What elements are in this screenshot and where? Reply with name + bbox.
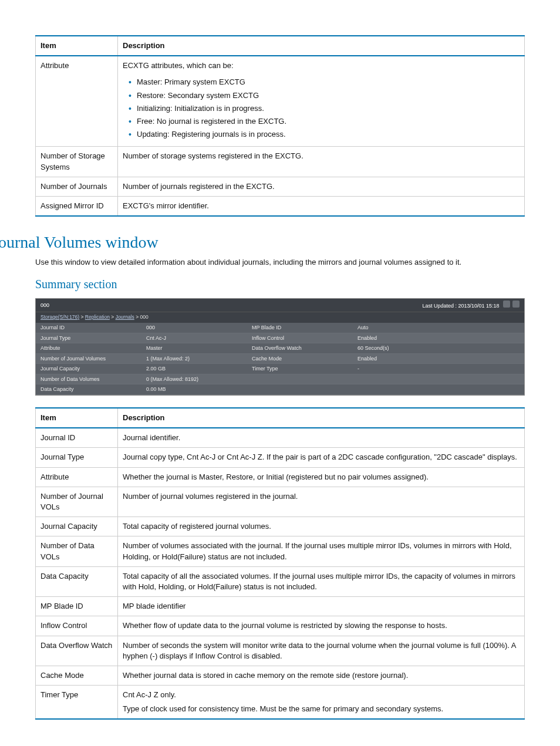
- item-cell: Inflow Control: [36, 616, 118, 636]
- bullet-item: Free: No journal is registered in the EX…: [129, 116, 519, 127]
- table-row: Journal TypeJournal copy type, Cnt Ac-J …: [36, 448, 525, 467]
- section-heading: Journal Volumes window: [0, 231, 525, 254]
- breadcrumb-link[interactable]: Journals: [116, 314, 134, 320]
- breadcrumb: Storage(S/N:176) > Replication > Journal…: [36, 312, 524, 323]
- table-row: AttributeECXTG attributes, which can be:…: [36, 56, 525, 147]
- summary-label: Journal Type: [36, 333, 141, 344]
- table-row: Cache ModeWhether journal data is stored…: [36, 666, 525, 685]
- table-row: Inflow ControlWhether flow of update dat…: [36, 616, 525, 636]
- summary-value: 1 (Max Allowed: 2): [141, 354, 247, 364]
- table-row: MP Blade IDMP blade identifier: [36, 597, 525, 616]
- summary-label: Cache Mode: [247, 354, 353, 364]
- refresh-icon[interactable]: [503, 301, 510, 308]
- table-row: Number of Data VOLsNumber of volumes ass…: [36, 536, 525, 566]
- item-cell: Data Overflow Watch: [36, 636, 118, 666]
- bullet-item: Initializing: Initialization is in progr…: [129, 103, 519, 114]
- table-row: Journal IDJournal identifier.: [36, 428, 525, 448]
- item-cell: Assigned Mirror ID: [36, 196, 118, 216]
- item-cell: Journal Type: [36, 448, 118, 467]
- summary-value: Master: [141, 343, 247, 354]
- item-cell: Number of Data VOLs: [36, 536, 118, 566]
- summary-label: Journal ID: [36, 323, 141, 333]
- item-cell: Number of Storage Systems: [36, 147, 118, 177]
- breadcrumb-link[interactable]: Storage(S/N:176): [41, 314, 79, 320]
- summary-empty: [247, 384, 353, 395]
- help-icon[interactable]: [512, 301, 519, 308]
- item-cell: Data Capacity: [36, 566, 118, 596]
- summary-label: Number of Data Volumes: [36, 374, 141, 385]
- description-cell: Number of journal volumes registered in …: [118, 487, 525, 517]
- description-cell: Cnt Ac-J Z only.Type of clock used for c…: [118, 686, 525, 720]
- summary-screenshot: 000 Last Updated : 2013/10/01 15:18 Stor…: [35, 298, 525, 396]
- summary-value: 0 (Max Allowed: 8192): [141, 374, 247, 385]
- subsection-heading: Summary section: [35, 276, 525, 292]
- item-cell: Number of Journals: [36, 177, 118, 196]
- description-cell: Whether journal data is stored in cache …: [118, 666, 525, 685]
- summary-label: Attribute: [36, 343, 141, 354]
- table-row: Timer TypeCnt Ac-J Z only.Type of clock …: [36, 686, 525, 720]
- last-updated-label: Last Updated : 2013/10/01 15:18: [422, 303, 499, 309]
- description-cell: Number of journals registered in the EXC…: [118, 177, 525, 196]
- breadcrumb-link[interactable]: Replication: [85, 314, 110, 320]
- exctg-attributes-table: Item Description AttributeECXTG attribut…: [35, 35, 525, 217]
- summary-value: -: [353, 364, 524, 374]
- summary-empty: [353, 384, 524, 395]
- description-cell: Total capacity of registered journal vol…: [118, 517, 525, 536]
- table-row: Journal CapacityTotal capacity of regist…: [36, 517, 525, 536]
- panel-icons: [501, 303, 519, 309]
- summary-label: Journal Capacity: [36, 364, 141, 374]
- summary-label: Timer Type: [247, 364, 353, 374]
- item-cell: Timer Type: [36, 686, 118, 720]
- item-cell: Cache Mode: [36, 666, 118, 685]
- summary-empty: [353, 374, 524, 385]
- description-cell: Whether flow of update data to the journ…: [118, 616, 525, 636]
- summary-label: Data Capacity: [36, 384, 141, 395]
- bullet-item: Updating: Registering journals is in pro…: [129, 129, 519, 140]
- item-cell: Attribute: [36, 56, 118, 147]
- item-cell: MP Blade ID: [36, 597, 118, 616]
- description-cell: EXCTG's mirror identifier.: [118, 196, 525, 216]
- table-row: AttributeWhether the journal is Master, …: [36, 467, 525, 487]
- col-description: Description: [118, 36, 525, 56]
- description-cell: Journal copy type, Cnt Ac-J or Cnt Ac-J …: [118, 448, 525, 467]
- summary-label: Data Overflow Watch: [247, 343, 353, 354]
- table-row: Number of Journal VOLsNumber of journal …: [36, 487, 525, 517]
- bullet-item: Master: Primary system EXCTG: [129, 77, 519, 87]
- table-row: Assigned Mirror IDEXCTG's mirror identif…: [36, 196, 525, 216]
- col-item: Item: [36, 408, 118, 428]
- summary-label: Number of Journal Volumes: [36, 354, 141, 364]
- bullet-item: Restore: Secondary system EXCTG: [129, 90, 519, 101]
- description-cell: MP blade identifier: [118, 597, 525, 616]
- panel-title: 000: [41, 302, 49, 309]
- description-cell: Total capacity of all the associated vol…: [118, 566, 525, 596]
- table-row: Number of Storage SystemsNumber of stora…: [36, 147, 525, 177]
- summary-value: 000: [141, 323, 247, 333]
- table-row: Data Overflow WatchNumber of seconds the…: [36, 636, 525, 666]
- summary-value: Auto: [353, 323, 524, 333]
- summary-value: 60 Second(s): [353, 343, 524, 354]
- description-cell: Number of storage systems registered in …: [118, 147, 525, 177]
- summary-value: 2.00 GB: [141, 364, 247, 374]
- description-cell: Whether the journal is Master, Restore, …: [118, 467, 525, 487]
- description-cell: ECXTG attributes, which can be:Master: P…: [118, 56, 525, 147]
- summary-empty: [247, 374, 353, 385]
- summary-value: Enabled: [353, 354, 524, 364]
- description-cell: Journal identifier.: [118, 428, 525, 448]
- bullet-list: Master: Primary system EXCTGRestore: Sec…: [123, 71, 519, 140]
- summary-value: Cnt Ac-J: [141, 333, 247, 344]
- table-row: Number of JournalsNumber of journals reg…: [36, 177, 525, 196]
- journal-summary-table: Item Description Journal IDJournal ident…: [35, 407, 525, 720]
- item-cell: Number of Journal VOLs: [36, 487, 118, 517]
- description-cell: Number of volumes associated with the jo…: [118, 536, 525, 566]
- summary-value: 0.00 MB: [141, 384, 247, 395]
- description-cell: Number of seconds the system will monito…: [118, 636, 525, 666]
- breadcrumb-tail: 000: [140, 314, 148, 320]
- summary-label: MP Blade ID: [247, 323, 353, 333]
- item-cell: Journal Capacity: [36, 517, 118, 536]
- table-row: Data CapacityTotal capacity of all the a…: [36, 566, 525, 596]
- summary-value: Enabled: [353, 333, 524, 344]
- summary-label: Inflow Control: [247, 333, 353, 344]
- section-body: Use this window to view detailed informa…: [35, 257, 525, 268]
- item-cell: Attribute: [36, 467, 118, 487]
- col-item: Item: [36, 36, 118, 56]
